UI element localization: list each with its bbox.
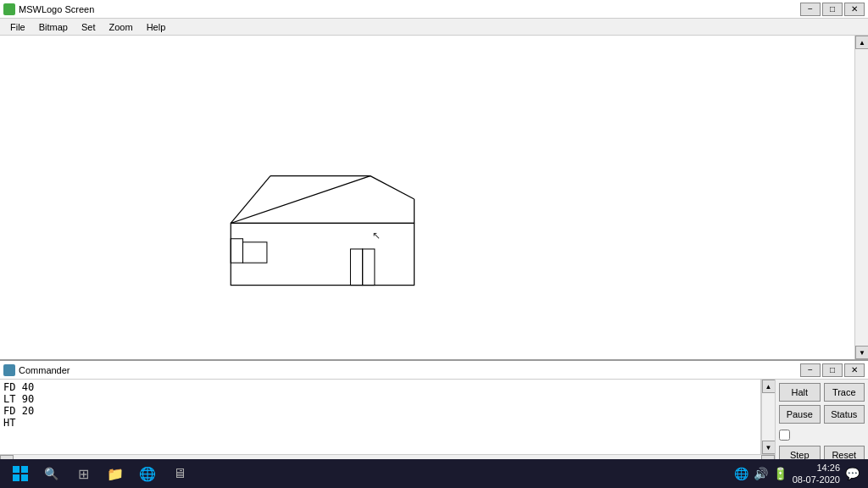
close-button[interactable]: ✕: [844, 3, 865, 16]
svg-text:↖: ↖: [372, 230, 381, 241]
step-checkbox[interactable]: [779, 430, 790, 441]
start-button[interactable]: [3, 462, 37, 485]
checkbox-row: [779, 427, 865, 442]
svg-line-2: [370, 176, 415, 199]
taskbar-item-explorer[interactable]: 📁: [100, 461, 131, 486]
windows-logo-icon: [12, 465, 29, 482]
taskbar-item-app[interactable]: 🖥: [164, 461, 195, 486]
canvas-scrollbar[interactable]: ▲ ▼: [854, 36, 868, 359]
browser-icon: 🌐: [139, 466, 156, 482]
app-icon-taskbar: 🖥: [173, 466, 186, 481]
title-bar: MSWLogo Screen − □ ✕: [0, 0, 868, 19]
notification-icon[interactable]: 💬: [845, 467, 860, 480]
trace-button[interactable]: Trace: [824, 383, 865, 402]
minimize-button[interactable]: −: [800, 3, 821, 16]
output-scroll-down[interactable]: ▼: [762, 441, 776, 454]
taskbar-clock[interactable]: 14:26 08-07-2020: [793, 462, 840, 486]
scroll-up-button[interactable]: ▲: [855, 36, 868, 49]
output-line-2: LT 90: [3, 393, 757, 405]
logo-canvas: ↖: [0, 36, 868, 359]
taskview-icon: ⊞: [78, 466, 89, 482]
svg-rect-14: [13, 474, 19, 481]
svg-rect-12: [13, 466, 19, 473]
menu-set[interactable]: Set: [75, 20, 103, 34]
menu-help[interactable]: Help: [140, 20, 173, 34]
svg-line-1: [231, 176, 370, 224]
svg-rect-0: [231, 223, 414, 285]
commander-icon: [3, 364, 15, 376]
search-icon: 🔍: [44, 467, 58, 480]
battery-icon: 🔋: [773, 467, 787, 480]
svg-rect-7: [231, 239, 242, 263]
pause-status-row: Pause Status: [779, 405, 865, 424]
commander-title-bar: Commander − □ ✕: [0, 361, 868, 380]
commander-controls: − □ ✕: [800, 363, 865, 377]
output-line-1: FD 40: [3, 381, 757, 393]
taskbar-item-taskview[interactable]: ⊞: [68, 461, 98, 486]
svg-rect-8: [242, 242, 266, 263]
commander-title-left: Commander: [3, 364, 70, 376]
scroll-track: [855, 49, 868, 346]
taskbar: 🔍 ⊞ 📁 🌐 🖥 🌐 🔊 🔋 14:26 08-07-2020: [0, 459, 868, 488]
svg-rect-10: [363, 249, 375, 286]
speaker-icon: 🔊: [754, 467, 768, 480]
taskbar-right: 🌐 🔊 🔋 14:26 08-07-2020 💬: [734, 462, 865, 486]
network-icon: 🌐: [734, 467, 748, 480]
svg-rect-15: [21, 474, 28, 481]
taskbar-items: ⊞ 📁 🌐 🖥: [64, 461, 734, 486]
main-window: MSWLogo Screen − □ ✕ File Bitmap Set Zoo…: [0, 0, 868, 488]
search-button[interactable]: 🔍: [37, 462, 64, 485]
commander-output: FD 40 LT 90 FD 20 HT: [0, 380, 761, 454]
screen-area: ↖ ▲ ▼: [0, 36, 868, 359]
svg-rect-13: [21, 466, 28, 473]
commander-close[interactable]: ✕: [844, 363, 865, 377]
output-scroll-up[interactable]: ▲: [762, 380, 776, 393]
window-title: MSWLogo Screen: [19, 4, 94, 14]
commander-minimize[interactable]: −: [800, 363, 821, 377]
status-button[interactable]: Status: [824, 405, 865, 424]
menu-file[interactable]: File: [3, 20, 32, 34]
scroll-down-button[interactable]: ▼: [855, 346, 868, 359]
output-scroll-container: FD 40 LT 90 FD 20 HT ▲ ▼: [0, 380, 775, 454]
output-line-4: HT: [3, 417, 757, 429]
title-bar-left: MSWLogo Screen: [3, 3, 94, 15]
output-scroll-y[interactable]: ▲ ▼: [761, 380, 775, 454]
output-line-3: FD 20: [3, 405, 757, 417]
restore-button[interactable]: □: [822, 3, 843, 16]
taskbar-item-browser[interactable]: 🌐: [132, 461, 163, 486]
svg-rect-9: [350, 249, 362, 286]
menu-bitmap[interactable]: Bitmap: [32, 20, 75, 34]
time-display: 14:26: [793, 462, 840, 474]
commander-title: Commander: [19, 365, 70, 375]
pause-button[interactable]: Pause: [779, 405, 821, 424]
title-bar-controls: − □ ✕: [800, 3, 865, 16]
menu-zoom[interactable]: Zoom: [103, 20, 140, 34]
app-icon: [3, 3, 15, 15]
explorer-icon: 📁: [107, 466, 124, 482]
commander-restore[interactable]: □: [822, 363, 843, 377]
date-display: 08-07-2020: [793, 474, 840, 485]
menu-bar: File Bitmap Set Zoom Help: [0, 19, 868, 36]
halt-button[interactable]: Halt: [779, 383, 821, 402]
halt-trace-row: Halt Trace: [779, 383, 865, 402]
